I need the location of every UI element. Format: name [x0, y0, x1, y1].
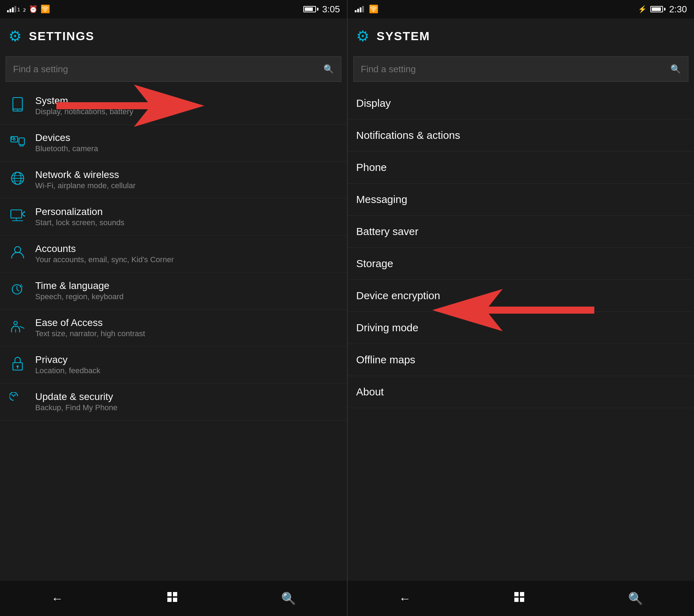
personalization-text: Personalization Start, lock screen, soun…	[35, 206, 124, 227]
privacy-icon	[8, 355, 27, 375]
right-search-nav-button[interactable]: 🔍	[618, 588, 653, 609]
left-home-button[interactable]	[155, 587, 189, 610]
left-header: ⚙ SETTINGS	[0, 18, 347, 54]
personalization-title: Personalization	[35, 206, 124, 217]
system-item-phone[interactable]: Phone	[348, 152, 694, 184]
right-back-button[interactable]: ←	[388, 588, 421, 609]
left-panel-title: SETTINGS	[29, 29, 94, 43]
status-time: 3:05	[322, 4, 340, 15]
ease-text: Ease of Access Text size, narrator, high…	[35, 317, 145, 338]
ease-title: Ease of Access	[35, 317, 145, 328]
about-title: About	[356, 386, 384, 398]
update-title: Update & security	[35, 391, 118, 402]
svg-rect-37	[173, 598, 177, 602]
time-text: Time & language Speech, region, keyboard	[35, 280, 124, 301]
right-wifi-icon: 🛜	[369, 5, 378, 14]
devices-title: Devices	[35, 132, 98, 143]
left-search-nav-button[interactable]: 🔍	[271, 588, 306, 609]
left-search-button[interactable]: 🔍	[323, 64, 334, 74]
left-search-bar[interactable]: 🔍	[6, 56, 341, 82]
settings-item-devices[interactable]: Devices Bluetooth, camera	[0, 124, 347, 161]
messaging-title: Messaging	[356, 193, 407, 205]
signal-icon: 1	[7, 6, 20, 12]
privacy-subtitle: Location, feedback	[35, 366, 100, 375]
svg-point-2	[17, 110, 18, 111]
personalization-subtitle: Start, lock screen, sounds	[35, 218, 124, 227]
status-left-icons: 1 ₂ ⏰ 🛜	[7, 5, 50, 14]
update-icon	[8, 392, 27, 412]
privacy-title: Privacy	[35, 354, 100, 365]
settings-item-ease[interactable]: Ease of Access Text size, narrator, high…	[0, 309, 347, 346]
status-right-icons: 3:05	[303, 4, 340, 15]
system-item-driving[interactable]: Driving mode	[348, 312, 694, 344]
settings-item-system[interactable]: System Display, notifications, battery	[0, 87, 347, 124]
battery-title: Battery saver	[356, 226, 419, 238]
svg-rect-35	[173, 592, 177, 596]
settings-gear-icon: ⚙	[8, 27, 22, 45]
ease-subtitle: Text size, narrator, high contrast	[35, 329, 145, 338]
system-item-maps[interactable]: Offline maps	[348, 344, 694, 376]
system-item-display[interactable]: Display	[348, 87, 694, 119]
right-bottom-nav: ← 🔍	[348, 581, 694, 616]
svg-point-22	[14, 246, 20, 252]
svg-rect-41	[514, 598, 519, 602]
devices-text: Devices Bluetooth, camera	[35, 132, 98, 153]
settings-item-update[interactable]: Update & security Backup, Find My Phone	[0, 383, 347, 420]
left-search-input[interactable]	[13, 64, 323, 75]
time-subtitle: Speech, region, keyboard	[35, 292, 124, 301]
right-search-input[interactable]	[361, 64, 670, 75]
accounts-title: Accounts	[35, 243, 174, 254]
settings-item-privacy[interactable]: Privacy Location, feedback	[0, 346, 347, 383]
system-subtitle: Display, notifications, battery	[35, 107, 133, 116]
right-home-button[interactable]	[502, 587, 536, 610]
network-text: Network & wireless Wi-Fi, airplane mode,…	[35, 169, 136, 190]
system-item-messaging[interactable]: Messaging	[348, 184, 694, 216]
system-title: System	[35, 95, 133, 106]
right-search-bar[interactable]: 🔍	[353, 56, 688, 82]
right-search-button[interactable]: 🔍	[670, 64, 681, 74]
display-title: Display	[356, 97, 391, 109]
svg-line-25	[17, 289, 19, 291]
maps-title: Offline maps	[356, 354, 415, 366]
right-status-right: ⚡ 2:30	[638, 4, 687, 15]
svg-rect-42	[520, 598, 524, 602]
sim2-icon: ₂	[23, 5, 26, 14]
settings-item-accounts[interactable]: Accounts Your accounts, email, sync, Kid…	[0, 235, 347, 272]
settings-item-time[interactable]: A Time & language Speech, region, keyboa…	[0, 272, 347, 309]
personalization-icon	[8, 207, 27, 227]
system-item-battery[interactable]: Battery saver	[348, 216, 694, 248]
settings-item-network[interactable]: Network & wireless Wi-Fi, airplane mode,…	[0, 161, 347, 198]
phone-title: Phone	[356, 161, 387, 173]
system-item-notifications[interactable]: Notifications & actions	[348, 119, 694, 152]
time-title: Time & language	[35, 280, 124, 291]
update-subtitle: Backup, Find My Phone	[35, 403, 118, 412]
battery-icon	[303, 6, 318, 12]
privacy-text: Privacy Location, feedback	[35, 354, 100, 375]
devices-icon	[8, 133, 27, 153]
system-item-encryption[interactable]: Device encryption	[348, 280, 694, 312]
right-battery-icon	[650, 6, 665, 12]
system-item-storage[interactable]: Storage	[348, 248, 694, 280]
left-panel: 1 ₂ ⏰ 🛜 3:05 ⚙ SETTINGS 🔍	[0, 0, 347, 616]
system-item-about[interactable]: About	[348, 376, 694, 408]
left-back-button[interactable]: ←	[41, 588, 74, 609]
system-gear-icon: ⚙	[356, 27, 370, 45]
accounts-subtitle: Your accounts, email, sync, Kid's Corner	[35, 255, 174, 264]
svg-line-29	[20, 326, 24, 328]
left-bottom-nav: ← 🔍	[0, 581, 347, 616]
svg-rect-40	[520, 592, 524, 596]
storage-title: Storage	[356, 258, 393, 270]
wifi-icon: 🛜	[41, 5, 50, 14]
settings-item-personalization[interactable]: Personalization Start, lock screen, soun…	[0, 198, 347, 235]
left-settings-list: System Display, notifications, battery D…	[0, 87, 347, 581]
right-signal-icon	[355, 6, 364, 12]
svg-point-18	[24, 211, 25, 212]
network-icon	[8, 170, 27, 190]
network-title: Network & wireless	[35, 169, 136, 180]
time-icon: A	[8, 281, 27, 301]
accounts-text: Accounts Your accounts, email, sync, Kid…	[35, 243, 174, 264]
network-subtitle: Wi-Fi, airplane mode, cellular	[35, 181, 136, 190]
update-text: Update & security Backup, Find My Phone	[35, 391, 118, 412]
right-status-bar: 🛜 ⚡ 2:30	[348, 0, 694, 18]
accounts-icon	[8, 244, 27, 264]
